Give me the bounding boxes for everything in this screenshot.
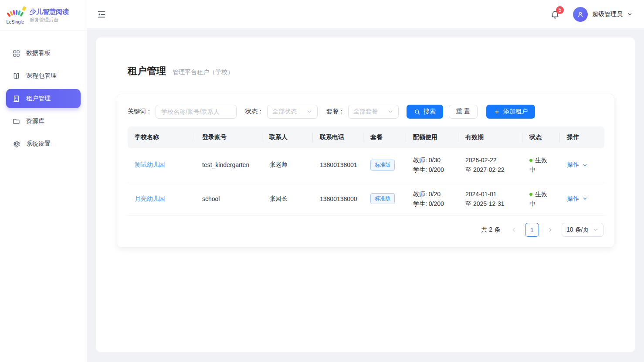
table-header: 学校名称 登录账号 联系人 联系电话 套餐 配额使用 有效期 状态 操作	[128, 126, 604, 148]
status-label: 状态：	[245, 108, 264, 116]
validity-cell: 2024-01-01 至 2025-12-31	[458, 182, 522, 215]
school-name-link[interactable]: 月亮幼儿园	[135, 195, 165, 202]
sidebar-menu: 数据看板 课程包管理 租户管理 资源库	[0, 31, 87, 157]
status-dot-icon	[529, 193, 532, 196]
page-number-button[interactable]: 1	[525, 223, 539, 237]
col-quota: 配额使用	[406, 126, 458, 148]
sidebar-item-resources[interactable]: 资源库	[6, 112, 81, 131]
plus-icon	[494, 109, 500, 115]
contact-cell: 张老师	[262, 148, 313, 182]
chevron-down-icon	[306, 109, 312, 115]
keyword-input[interactable]	[156, 105, 237, 119]
lesingle-logo-icon: LeSingle	[5, 6, 25, 25]
plan-select[interactable]: 全部套餐	[348, 105, 399, 119]
sidebar-item-settings[interactable]: 系统设置	[6, 134, 81, 154]
prev-page-button[interactable]	[508, 223, 519, 237]
page-size-select[interactable]: 10 条/页	[562, 223, 603, 237]
sidebar-item-course-packages[interactable]: 课程包管理	[6, 66, 81, 85]
plan-badge: 标准版	[370, 160, 395, 171]
page-subtitle: 管理平台租户（学校）	[173, 68, 234, 76]
page-title: 租户管理	[128, 65, 166, 78]
col-actions: 操作	[560, 126, 604, 148]
sidebar-item-tenants[interactable]: 租户管理	[6, 89, 81, 108]
add-tenant-button[interactable]: 添加租户	[486, 105, 535, 119]
quota-cell: 教师: 0/30 学生: 0/200	[406, 148, 458, 182]
notification-badge: 5	[556, 6, 564, 14]
user-name: 超级管理员	[592, 10, 623, 18]
school-name-link[interactable]: 测试幼儿园	[135, 161, 165, 168]
status-badge: 生效中	[529, 189, 553, 208]
main-area: 5 超级管理员 租户管理 管理平台租户（学校）	[87, 0, 644, 362]
next-page-button[interactable]	[545, 223, 556, 237]
status-dot-icon	[529, 159, 532, 162]
sidebar-item-label: 课程包管理	[26, 72, 57, 80]
reset-button[interactable]: 重 置	[449, 105, 478, 119]
quota-cell: 教师: 0/20 学生: 0/200	[406, 182, 458, 215]
building-icon	[12, 95, 20, 103]
search-icon	[414, 109, 420, 115]
status-cell: 生效中	[522, 182, 560, 215]
sidebar-item-label: 系统设置	[26, 140, 51, 148]
status-select[interactable]: 全部状态	[267, 105, 318, 119]
sidebar-item-label: 租户管理	[26, 95, 51, 102]
search-button[interactable]: 搜索	[407, 105, 443, 119]
brand-title: 少儿智慧阅读	[30, 7, 69, 16]
chevron-down-icon	[627, 11, 633, 17]
content: 租户管理 管理平台租户（学校） 关键词： 状态： 全部状态	[87, 29, 644, 362]
chevron-down-icon	[387, 109, 393, 115]
sidebar-item-label: 数据看板	[26, 49, 51, 57]
sidebar: LeSingle 少儿智慧阅读 服务管理后台 数据看板 课程包管理	[0, 0, 87, 362]
user-menu[interactable]: 超级管理员	[573, 7, 633, 22]
row-actions-dropdown[interactable]: 操作	[567, 161, 588, 169]
pagination: 共 2 条 1 10 条/页	[128, 223, 603, 237]
status-cell: 生效中	[522, 148, 560, 182]
avatar	[573, 7, 588, 22]
chevron-down-icon	[593, 227, 599, 233]
collapse-sidebar-icon[interactable]	[97, 10, 106, 19]
topbar: 5 超级管理员	[87, 0, 644, 29]
plan-badge: 标准版	[370, 193, 395, 204]
contact-cell: 张园长	[262, 182, 313, 215]
table-row: 测试幼儿园 test_kindergarten 张老师 13800138001 …	[128, 148, 604, 182]
table-row: 月亮幼儿园 school 张园长 13800138000 标准版 教师: 0/2…	[128, 182, 604, 215]
keyword-label: 关键词：	[128, 108, 152, 116]
app-root: LeSingle 少儿智慧阅读 服务管理后台 数据看板 课程包管理	[0, 0, 644, 362]
page-card: 租户管理 管理平台租户（学校） 关键词： 状态： 全部状态	[96, 38, 635, 352]
row-actions-dropdown[interactable]: 操作	[567, 195, 588, 203]
plan-select-value: 全部套餐	[353, 108, 378, 116]
page-head: 租户管理 管理平台租户（学校）	[128, 65, 614, 78]
status-select-value: 全部状态	[272, 108, 297, 116]
chevron-down-icon	[582, 162, 588, 168]
brand: LeSingle 少儿智慧阅读 服务管理后台	[0, 0, 87, 31]
tenant-panel: 关键词： 状态： 全部状态 套餐： 全部套餐	[117, 94, 614, 248]
sidebar-item-dashboard[interactable]: 数据看板	[6, 44, 81, 63]
account-cell: test_kindergarten	[195, 148, 262, 182]
tenant-table: 学校名称 登录账号 联系人 联系电话 套餐 配额使用 有效期 状态 操作	[128, 126, 603, 216]
sidebar-item-label: 资源库	[26, 117, 44, 125]
page-size-value: 10 条/页	[566, 226, 589, 234]
account-cell: school	[195, 182, 262, 215]
col-phone: 联系电话	[313, 126, 363, 148]
book-icon	[12, 72, 20, 80]
col-plan: 套餐	[363, 126, 406, 148]
brand-text: 少儿智慧阅读 服务管理后台	[30, 7, 69, 23]
col-validity: 有效期	[458, 126, 522, 148]
folder-icon	[12, 117, 20, 126]
validity-cell: 2026-02-22 至 2027-02-22	[458, 148, 522, 182]
dashboard-icon	[12, 49, 20, 58]
topbar-right: 5 超级管理员	[550, 7, 633, 22]
plan-label: 套餐：	[326, 108, 345, 116]
phone-cell: 13800138001	[313, 148, 363, 182]
gear-icon	[12, 140, 20, 148]
notifications-button[interactable]: 5	[550, 10, 560, 19]
col-account: 登录账号	[195, 126, 262, 148]
brand-subtitle: 服务管理后台	[30, 17, 69, 23]
filter-bar: 关键词： 状态： 全部状态 套餐： 全部套餐	[128, 105, 603, 119]
phone-cell: 13800138000	[313, 182, 363, 215]
pagination-total: 共 2 条	[481, 226, 500, 234]
logo-text: LeSingle	[5, 19, 25, 24]
status-badge: 生效中	[529, 155, 553, 174]
col-status: 状态	[522, 126, 560, 148]
col-contact: 联系人	[262, 126, 313, 148]
chevron-down-icon	[582, 196, 588, 201]
